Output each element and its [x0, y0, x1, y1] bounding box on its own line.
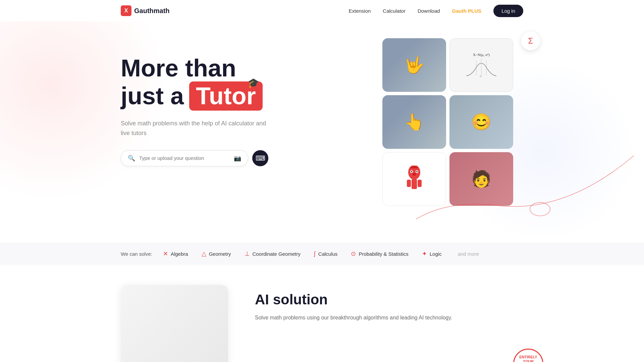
image-mascot [382, 152, 446, 206]
nav-download[interactable]: Download [418, 8, 440, 14]
svg-text:μ: μ [480, 74, 482, 77]
bell-curve-svg: μ [465, 57, 498, 77]
subject-geometry[interactable]: △ Geometry [202, 250, 231, 257]
subject-probability[interactable]: ⊙ Probability & Statistics [351, 250, 408, 257]
subject-algebra[interactable]: ✕ Algebra [163, 250, 188, 257]
image-hand2: 👆 [382, 95, 446, 149]
geometry-label: Geometry [209, 251, 231, 257]
free-badge: ENTIRELY YOUR FREE [513, 349, 543, 362]
nav-extension[interactable]: Extension [348, 8, 371, 14]
search-icon: 🔍 [128, 155, 135, 162]
logo[interactable]: X Gauthmath [121, 5, 170, 16]
hero-content: More than just a Tutor 🎓 Solve math prob… [121, 42, 356, 166]
search-box[interactable]: 🔍 📷 [121, 150, 248, 166]
probability-icon: ⊙ [351, 250, 356, 257]
coordinate-icon: ⊥ [245, 250, 250, 257]
camera-icon[interactable]: 📷 [234, 155, 241, 162]
logo-text: Gauthmath [134, 7, 170, 15]
lower-text: AI solution Solve math problems using ou… [255, 285, 523, 322]
free-badge-line1: ENTIRELY [519, 355, 537, 359]
nav-gauthplus[interactable]: Gauth PLUS [452, 8, 482, 14]
svg-point-10 [412, 173, 416, 176]
hero-subtitle: Solve math problems with the help of AI … [121, 119, 268, 138]
algebra-label: Algebra [171, 251, 188, 257]
logic-icon: ✦ [422, 250, 427, 257]
hero-title-line1: More than [121, 55, 356, 81]
svg-point-8 [411, 171, 412, 172]
hero-title: More than just a Tutor 🎓 [121, 55, 356, 111]
keyboard-icon: ⌨ [256, 154, 265, 162]
graduation-hat-icon: 🎓 [248, 78, 259, 88]
image-stats: X~N(μ, σ²) μ [449, 38, 513, 92]
search-input[interactable] [139, 155, 230, 161]
svg-rect-11 [412, 179, 417, 189]
keyboard-button[interactable]: ⌨ [252, 150, 268, 166]
image-pink1: 🧑 [449, 152, 513, 206]
nav-links: Extension Calculator Download Gauth PLUS… [348, 5, 523, 17]
tutor-badge: Tutor 🎓 [189, 81, 263, 111]
and-more-label: and more [458, 251, 479, 257]
hero-images: Σ 🤟 X~N(μ, σ²) μ 👆 😊 [382, 38, 523, 179]
subjects-bar: We can solve: ✕ Algebra △ Geometry ⊥ Coo… [0, 243, 644, 265]
hero-title-line2: just a Tutor 🎓 [121, 81, 356, 111]
lower-card [121, 285, 228, 362]
geometry-icon: △ [202, 250, 206, 257]
logic-label: Logic [430, 251, 442, 257]
svg-point-14 [530, 202, 550, 216]
login-button[interactable]: Log in [493, 5, 523, 17]
subject-calculus[interactable]: ∫ Calculus [314, 250, 337, 257]
navbar: X Gauthmath Extension Calculator Downloa… [0, 0, 644, 21]
mascot-svg [404, 166, 424, 192]
svg-rect-13 [418, 180, 422, 187]
image-face: 😊 [449, 95, 513, 149]
image-grid: 🤟 X~N(μ, σ²) μ 👆 😊 [382, 38, 523, 206]
nav-calculator[interactable]: Calculator [383, 8, 406, 14]
logo-icon: X [121, 5, 131, 16]
hero-title-line2-text: just a [121, 83, 184, 109]
sigma-float-icon: Σ [521, 32, 540, 50]
coordinate-label: Coordinate Geometry [253, 251, 301, 257]
subject-coordinate[interactable]: ⊥ Coordinate Geometry [245, 250, 301, 257]
algebra-icon: ✕ [163, 250, 168, 257]
lower-section: AI solution Solve math problems using ou… [0, 265, 644, 362]
svg-rect-12 [407, 180, 411, 187]
svg-point-9 [416, 171, 418, 172]
free-badge-line2: YOUR [523, 359, 534, 362]
image-hand: 🤟 [382, 38, 446, 92]
calculus-label: Calculus [318, 251, 338, 257]
calculus-icon: ∫ [314, 250, 316, 257]
probability-label: Probability & Statistics [359, 251, 408, 257]
lower-title: AI solution [255, 292, 523, 308]
subject-items: ✕ Algebra △ Geometry ⊥ Coordinate Geomet… [163, 250, 479, 257]
formula-text: X~N(μ, σ²) [473, 53, 490, 57]
subject-logic[interactable]: ✦ Logic [422, 250, 442, 257]
lower-description: Solve math problems using our breakthrou… [255, 313, 523, 322]
subjects-label: We can solve: [121, 251, 152, 257]
search-row: 🔍 📷 ⌨ [121, 150, 356, 166]
hero-section: More than just a Tutor 🎓 Solve math prob… [0, 21, 644, 209]
